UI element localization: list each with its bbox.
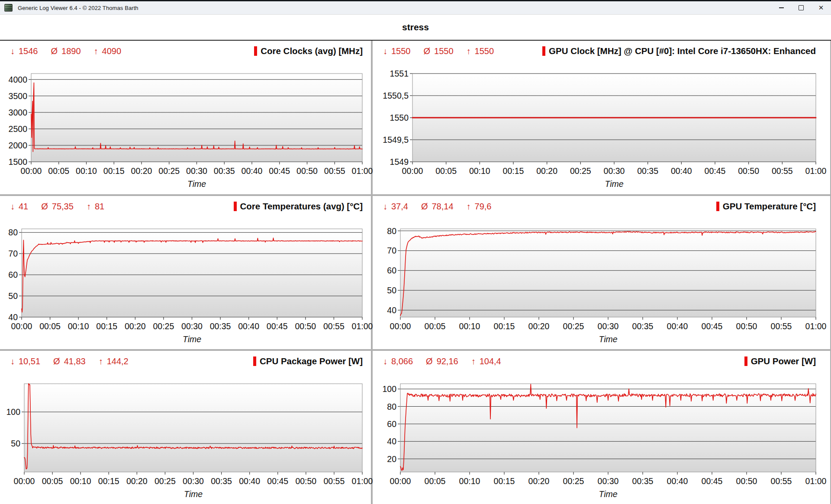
stat-min: ↓1546 [10,46,38,56]
svg-text:2500: 2500 [9,124,28,134]
svg-text:1550,5: 1550,5 [383,91,409,100]
panel-head: ↓37,4 Ø78,14 ↑79,6 GPU Temperature [°C] [373,201,830,212]
stat-max-value: 104,4 [480,356,501,366]
svg-text:00:55: 00:55 [771,321,792,331]
svg-text:00:40: 00:40 [238,321,259,331]
svg-text:50: 50 [387,286,396,295]
series-color-marker [744,356,747,366]
svg-text:01:00: 01:00 [805,321,827,331]
svg-text:00:15: 00:15 [503,166,524,176]
svg-text:1549,5: 1549,5 [383,135,409,144]
svg-text:00:50: 00:50 [296,166,318,176]
svg-text:00:35: 00:35 [632,321,654,331]
chart-stats: ↓41 Ø75,35 ↑81 [10,202,104,212]
panel-head: ↓1550 Ø1550 ↑1550 GPU Clock [MHz] @ CPU … [373,46,830,56]
svg-text:00:55: 00:55 [771,476,792,486]
svg-text:00:50: 00:50 [736,321,757,331]
svg-text:70: 70 [387,246,396,255]
svg-text:80: 80 [8,228,18,237]
svg-text:00:30: 00:30 [181,321,203,331]
chart-panel-core-temperatures: ↓41 Ø75,35 ↑81 Core Temperatures (avg) [… [0,196,371,349]
min-arrow-icon: ↓ [10,202,15,211]
stat-avg: Ø78,14 [421,202,454,212]
svg-text:00:30: 00:30 [598,476,619,486]
svg-text:00:20: 00:20 [528,321,550,331]
chart-plot: 5010000:0000:0500:1000:1500:2000:2500:30… [0,384,362,500]
svg-text:00:45: 00:45 [267,321,288,331]
stat-avg: Ø1550 [424,46,454,56]
svg-text:00:50: 00:50 [738,166,759,176]
close-icon: ✕ [818,4,824,11]
max-arrow-icon: ↑ [471,356,476,366]
min-arrow-icon: ↓ [10,356,15,366]
svg-text:70: 70 [8,249,18,258]
svg-text:60: 60 [387,419,396,429]
svg-text:40: 40 [387,305,396,315]
svg-text:00:25: 00:25 [563,321,584,331]
min-arrow-icon: ↓ [383,46,387,56]
stat-min: ↓10,51 [10,356,40,366]
svg-text:00:10: 00:10 [68,321,89,331]
svg-text:00:45: 00:45 [705,166,726,176]
svg-text:3500: 3500 [9,91,28,101]
svg-text:00:25: 00:25 [155,476,176,486]
stat-max-value: 4090 [102,46,122,56]
panel-head: ↓10,51 Ø41,83 ↑144,2 CPU Package Power [… [0,356,371,366]
chart-panel-core-clocks: ↓1546 Ø1890 ↑4090 Core Clocks (avg) [MHz… [0,41,371,194]
stat-min: ↓37,4 [383,202,408,212]
svg-text:00:40: 00:40 [667,476,688,486]
stat-max: ↑1550 [467,46,494,56]
svg-text:00:05: 00:05 [425,476,446,486]
svg-text:00:45: 00:45 [702,476,723,486]
stat-min-value: 10,51 [19,356,40,366]
stat-min: ↓1550 [383,46,411,56]
svg-text:00:20: 00:20 [125,321,146,331]
svg-text:01:00: 01:00 [352,476,373,486]
minimize-button[interactable] [771,1,791,14]
maximize-button[interactable] [791,1,811,14]
stat-max: ↑144,2 [99,356,129,366]
svg-text:00:10: 00:10 [459,321,480,331]
svg-text:00:00: 00:00 [11,321,32,331]
chart-stats: ↓37,4 Ø78,14 ↑79,6 [383,202,492,212]
chart-title: GPU Clock [MHz] @ CPU [#0]: Intel Core i… [542,46,816,56]
svg-text:80: 80 [387,402,396,411]
stat-max-value: 79,6 [475,202,492,211]
svg-text:1550: 1550 [390,113,409,122]
chart-title: Core Temperatures (avg) [°C] [234,201,363,212]
svg-text:2000: 2000 [9,141,28,150]
page-title: stress [402,22,429,32]
svg-text:00:25: 00:25 [570,166,591,176]
chart-plot: 2040608010000:0000:0500:1000:1500:2000:2… [373,384,816,500]
stat-min-value: 1546 [19,46,38,56]
chart-plot: 15491549,515501550,5155100:0000:0500:100… [373,74,816,189]
svg-text:00:15: 00:15 [98,476,119,486]
svg-text:00:25: 00:25 [158,166,180,176]
svg-text:Time: Time [605,179,623,189]
app-icon [4,4,13,12]
svg-text:00:15: 00:15 [103,166,125,176]
chart-stats: ↓10,51 Ø41,83 ↑144,2 [10,356,129,366]
svg-text:00:45: 00:45 [702,321,723,331]
svg-text:00:00: 00:00 [390,321,411,331]
svg-text:00:40: 00:40 [671,166,692,176]
svg-text:1549: 1549 [390,157,409,167]
svg-text:00:50: 00:50 [295,476,316,486]
svg-text:00:25: 00:25 [153,321,174,331]
stat-avg: Ø41,83 [53,356,86,366]
chart-title: Core Clocks (avg) [MHz] [254,46,363,56]
svg-text:Time: Time [187,179,206,189]
svg-text:00:10: 00:10 [70,476,91,486]
svg-text:00:20: 00:20 [536,166,557,176]
svg-text:00:55: 00:55 [323,321,345,331]
close-button[interactable]: ✕ [811,1,831,14]
svg-text:00:30: 00:30 [598,321,619,331]
window-controls: ✕ [771,1,831,14]
svg-text:00:00: 00:00 [21,166,42,176]
chart-plot: 405060708000:0000:0500:1000:1500:2000:25… [0,229,362,345]
svg-text:00:15: 00:15 [96,321,117,331]
svg-text:20: 20 [387,454,396,464]
svg-text:01:00: 01:00 [352,166,373,176]
chart-panel-cpu-package-power: ↓10,51 Ø41,83 ↑144,2 CPU Package Power [… [0,351,371,504]
stat-avg: Ø92,16 [426,356,458,366]
